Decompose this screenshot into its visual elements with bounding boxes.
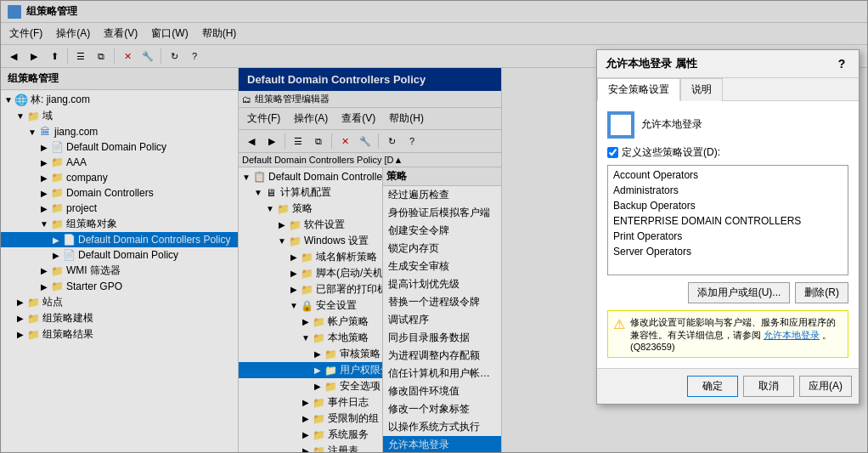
apply-button[interactable]: 应用(A)	[799, 376, 852, 397]
dialog-warning: ⚠ 修改此设置可能影响与客户端、服务和应用程序的兼容性。有关详细信息，请参阅 允…	[607, 310, 848, 358]
dialog-title-bar: 允许本地登录 属性 ?	[597, 50, 859, 78]
dialog-footer: 确定 取消 应用(A)	[597, 368, 859, 404]
dialog-body: 允许本地登录 定义这些策略设置(D): Account Operators Ad…	[597, 101, 859, 368]
settings-item-0[interactable]: Account Operators	[610, 167, 846, 183]
define-settings-label: 定义这些策略设置(D):	[622, 145, 720, 160]
dialog-section-label: 允许本地登录	[641, 117, 702, 132]
settings-item-5[interactable]: Server Operators	[610, 244, 846, 259]
define-settings-checkbox-row: 定义这些策略设置(D):	[607, 145, 848, 160]
dialog-section-icon-inner	[611, 115, 631, 135]
warning-icon: ⚠	[613, 316, 625, 332]
dialog-section-icon	[607, 111, 634, 139]
add-user-group-button[interactable]: 添加用户或组(U)...	[688, 282, 791, 303]
settings-list: Account Operators Administrators Backup …	[607, 165, 848, 275]
cancel-button[interactable]: 取消	[743, 376, 794, 397]
dialog-help-button[interactable]: ?	[833, 55, 850, 72]
settings-item-3[interactable]: ENTERPRISE DOMAIN CONTROLLERS	[610, 213, 846, 229]
settings-item-2[interactable]: Backup Operators	[610, 198, 846, 213]
dialog-tabs: 安全策略设置 说明	[597, 78, 859, 101]
settings-item-4[interactable]: Print Operators	[610, 229, 846, 244]
settings-item-1[interactable]: Administrators	[610, 183, 846, 198]
dialog-tab-description[interactable]: 说明	[680, 78, 723, 101]
remove-button[interactable]: 删除(R)	[795, 282, 848, 303]
warning-text: 修改此设置可能影响与客户端、服务和应用程序的兼容性。有关详细信息，请参阅 允许本…	[630, 316, 843, 352]
dialog-overlay: 允许本地登录 属性 ? 安全策略设置 说明 允许本地登录 定义这些策略设置(D)…	[0, 0, 868, 453]
dialog-allow-logon: 允许本地登录 属性 ? 安全策略设置 说明 允许本地登录 定义这些策略设置(D)…	[596, 49, 860, 405]
dialog-settings-buttons: 添加用户或组(U)... 删除(R)	[607, 282, 848, 303]
define-settings-checkbox[interactable]	[607, 147, 618, 158]
dialog-section-title: 允许本地登录	[607, 111, 848, 139]
dialog-tab-security[interactable]: 安全策略设置	[597, 78, 680, 101]
warning-link[interactable]: 允许本地登录	[764, 330, 820, 340]
dialog-title: 允许本地登录 属性	[606, 56, 697, 71]
ok-button[interactable]: 确定	[687, 376, 738, 397]
